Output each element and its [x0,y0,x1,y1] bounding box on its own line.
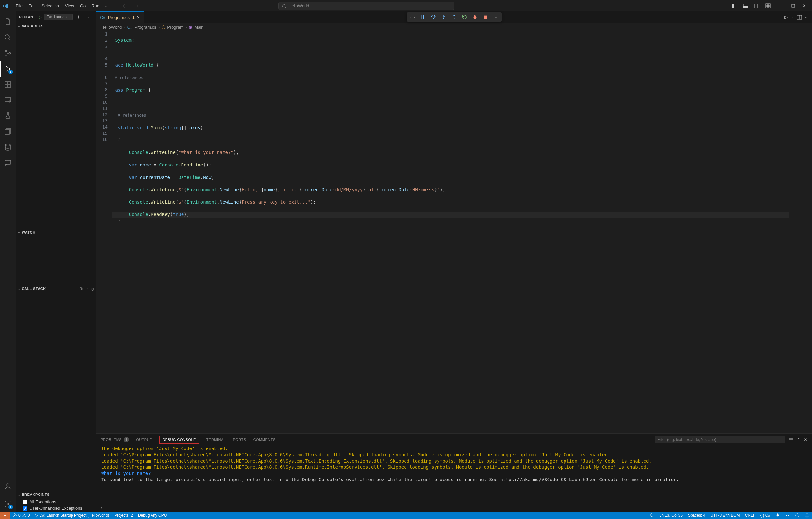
breakpoint-checkbox[interactable] [23,500,27,504]
nav-arrows [121,2,141,10]
customize-layout-icon[interactable] [763,1,773,11]
nav-back-icon[interactable] [121,2,129,10]
svg-point-12 [5,35,9,39]
variables-section[interactable]: ⌄VARIABLES [16,23,96,30]
hot-reload-icon[interactable] [471,13,478,21]
projects-count[interactable]: Projects: 2 [112,513,136,518]
step-into-icon[interactable] [440,13,447,21]
breakpoint-item[interactable]: All Exceptions [16,499,96,505]
svg-point-26 [7,503,9,505]
watch-section[interactable]: ⌄WATCH [16,229,96,236]
debug-config-dropdown[interactable]: C#: Launch⌄ [44,14,72,20]
fire-icon[interactable] [773,513,783,518]
stop-icon[interactable] [482,13,489,21]
restart-icon[interactable] [461,13,468,21]
start-debug-icon[interactable]: ▷ [39,15,41,19]
menu-view[interactable]: View [62,2,77,9]
svg-rect-17 [5,85,7,87]
debug-console-input[interactable]: › [96,503,812,512]
command-center[interactable]: HelloWorld [278,2,455,10]
zoom-icon[interactable] [647,513,657,518]
nav-forward-icon[interactable] [132,2,141,10]
svg-point-25 [6,484,9,486]
launch-config[interactable]: ▷ C#: Launch Startup Project (HelloWorld… [32,513,112,518]
copilot-icon[interactable] [783,513,792,518]
svg-rect-22 [5,129,9,135]
toggle-sidebar-icon[interactable] [730,1,740,11]
gear-icon[interactable] [76,14,82,20]
breakpoint-checkbox[interactable] [23,506,27,511]
cursor-position[interactable]: Ln 13, Col 35 [657,513,685,518]
toggle-panel-icon[interactable] [741,1,751,11]
run-debug-icon[interactable]: 1 [0,61,16,77]
chevron-down-icon[interactable]: ⌄ [492,13,499,21]
chevron-down-icon: ⌄ [18,493,21,496]
toggle-secondary-icon[interactable] [752,1,762,11]
tab-output[interactable]: OUTPUT [136,436,152,443]
run-icon[interactable]: ▷ [784,15,787,20]
errors-warnings[interactable]: 0 0 [10,513,32,518]
minimap[interactable] [789,31,812,433]
editor-actions: ▷ ⌄ ··· [784,15,812,20]
settings-badge: 1 [8,504,13,509]
notifications-icon[interactable] [802,513,812,518]
csharp-file-icon: C# [127,25,133,30]
remote-explorer-icon[interactable] [0,92,16,108]
remote-indicator[interactable] [0,512,10,519]
maximize-icon[interactable] [788,1,798,11]
build-config[interactable]: Debug Any CPU [136,513,169,518]
encoding[interactable]: UTF-8 with BOM [708,513,742,518]
eol[interactable]: CRLF [743,513,758,518]
tab-terminal[interactable]: TERMINAL [206,436,226,443]
more-icon[interactable]: ··· [805,15,809,20]
language-mode[interactable]: { } C# [758,513,773,518]
collapse-icon[interactable]: ⌃ [797,437,801,442]
statusbar: 0 0 ▷ C#: Launch Startup Project (HelloW… [0,512,812,519]
pause-icon[interactable] [419,13,427,21]
code-editor[interactable]: 123 45 678910111213141516 System; ace He… [96,31,812,433]
breakpoint-item[interactable]: User-Unhandled Exceptions [16,505,96,511]
references-icon[interactable] [0,124,16,139]
menu-run[interactable]: Run [89,2,102,9]
menu-edit[interactable]: Edit [26,2,38,9]
breadcrumb[interactable]: HelloWorld› C#Program.cs› ⬡Program› ◉Mai… [96,23,812,31]
tab-comments[interactable]: COMMENTS [253,436,276,443]
indentation[interactable]: Spaces: 4 [685,513,708,518]
menu-go[interactable]: Go [77,2,88,9]
minimize-icon[interactable]: ─ [777,1,787,11]
editor-tab[interactable]: C# Program.cs 1 × [96,11,144,23]
tab-ports[interactable]: PORTS [233,436,246,443]
tab-close-icon[interactable]: × [137,15,140,20]
more-icon[interactable]: ··· [85,14,91,20]
source-control-icon[interactable] [0,46,16,61]
tab-debug-console[interactable]: DEBUG CONSOLE [159,436,199,443]
breakpoints-section[interactable]: ⌄BREAKPOINTS [16,491,96,498]
step-over-icon[interactable] [430,13,437,21]
extensions-icon[interactable] [0,77,16,92]
comments-icon[interactable] [0,155,16,171]
svg-rect-9 [766,6,767,8]
debug-console-output[interactable]: the debugger option 'Just My Code' is en… [96,445,812,503]
menu-file[interactable]: File [13,2,25,9]
tab-problems[interactable]: PROBLEMS1 [100,436,129,443]
split-editor-icon[interactable] [796,15,802,20]
explorer-icon[interactable] [0,14,16,30]
menu-more[interactable]: ··· [103,2,111,9]
code-content[interactable]: System; ace HelloWorld { 0 references as… [112,31,789,433]
callstack-section[interactable]: ⌄CALL STACKRunning [16,285,96,292]
chevron-right-icon: › [100,505,102,510]
step-out-icon[interactable] [451,13,458,21]
filter-input[interactable] [655,436,785,443]
search-icon[interactable] [0,30,16,46]
testing-icon[interactable] [0,108,16,124]
feedback-icon[interactable] [792,513,802,518]
drag-handle-icon[interactable]: ⋮⋮ [409,13,416,21]
chevron-down-icon[interactable]: ⌄ [791,15,793,20]
settings-icon[interactable]: 1 [0,496,16,512]
menu-selection[interactable]: Selection [39,2,61,9]
account-icon[interactable] [0,479,16,494]
clear-console-icon[interactable] [788,437,794,442]
close-icon[interactable]: ✕ [800,1,809,11]
close-panel-icon[interactable]: ✕ [804,437,807,442]
database-icon[interactable] [0,139,16,155]
